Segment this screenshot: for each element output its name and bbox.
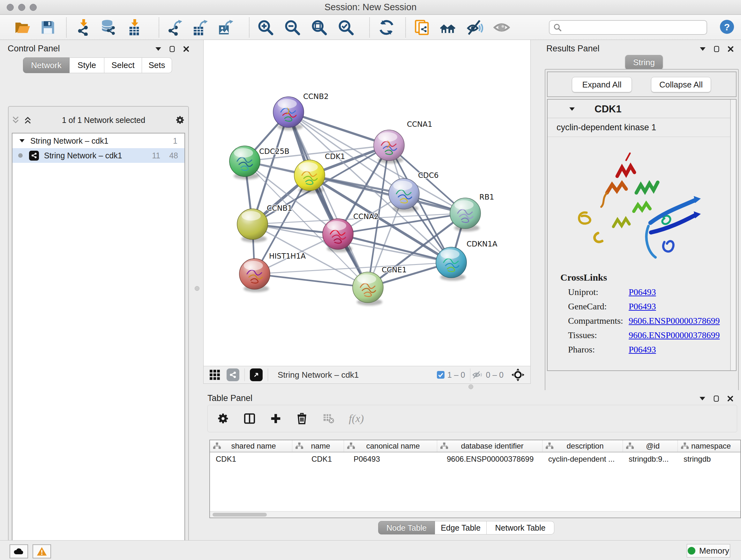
zoom-in-icon[interactable] bbox=[257, 19, 274, 36]
toolbar-search bbox=[549, 20, 707, 35]
expand-all-icon[interactable] bbox=[24, 116, 31, 124]
cell-name[interactable]: CDK1 bbox=[292, 455, 344, 463]
crosslink-label: GeneCard: bbox=[568, 301, 629, 312]
network-options-gear-icon[interactable] bbox=[176, 115, 185, 125]
warnings-button[interactable] bbox=[32, 544, 51, 558]
cell-canonical-name[interactable]: P06493 bbox=[344, 455, 437, 463]
left-splitter-handle[interactable] bbox=[195, 286, 199, 291]
crosslink-compartments-link[interactable]: 9606.ENSP00000378699 bbox=[629, 316, 720, 326]
warning-icon bbox=[37, 547, 47, 556]
float-panel-icon[interactable] bbox=[714, 46, 719, 52]
float-panel-icon[interactable] bbox=[170, 46, 175, 52]
minimize-window-button[interactable] bbox=[18, 4, 25, 11]
node-label-CCNB1: CCNB1 bbox=[267, 204, 292, 212]
cloud-button[interactable] bbox=[10, 544, 28, 558]
birdseye-view-icon[interactable] bbox=[250, 368, 263, 381]
close-panel-icon[interactable] bbox=[183, 46, 189, 52]
table-options-gear-icon[interactable] bbox=[217, 413, 229, 425]
crosslink-pharos-link[interactable]: P06493 bbox=[629, 345, 656, 355]
panel-menu-icon[interactable] bbox=[699, 397, 705, 400]
table-row[interactable]: CDK1 CDK1 P06493 9606.ENSP00000378699 cy… bbox=[210, 452, 740, 466]
network-collection-row[interactable]: String Network – cdk1 1 bbox=[12, 133, 185, 148]
cell-shared-name[interactable]: CDK1 bbox=[210, 455, 292, 463]
zoom-window-button[interactable] bbox=[30, 4, 37, 11]
edge-CCNB2-CCNE1[interactable] bbox=[288, 112, 368, 287]
close-window-button[interactable] bbox=[7, 4, 14, 11]
delete-column-icon[interactable] bbox=[296, 413, 308, 425]
tab-edge-table[interactable]: Edge Table bbox=[435, 521, 487, 535]
pan-crosshair-icon[interactable] bbox=[511, 368, 525, 381]
crosslink-tissues-link[interactable]: 9606.ENSP00000378699 bbox=[629, 330, 720, 340]
hidden-node-edge-count: 0 – 0 bbox=[486, 370, 503, 380]
network-row[interactable]: String Network – cdk1 11 48 bbox=[12, 148, 185, 163]
add-column-icon[interactable] bbox=[270, 413, 282, 425]
open-session-icon[interactable] bbox=[14, 19, 30, 36]
tab-sets[interactable]: Sets bbox=[142, 57, 172, 73]
search-input[interactable] bbox=[565, 23, 699, 32]
collection-count: 1 bbox=[173, 136, 178, 145]
tab-style[interactable]: Style bbox=[70, 57, 105, 73]
import-table-from-file-icon[interactable] bbox=[125, 19, 142, 36]
clone-network-icon[interactable] bbox=[414, 19, 431, 36]
network-share-view-icon[interactable] bbox=[226, 368, 239, 381]
selected-checkbox-icon[interactable] bbox=[436, 371, 445, 379]
node-CCNB1[interactable]: CCNB1 bbox=[237, 204, 292, 242]
tab-node-table[interactable]: Node Table bbox=[378, 521, 435, 535]
node-RB1[interactable]: RB1 bbox=[450, 193, 494, 232]
cell-database-identifier[interactable]: 9606.ENSP00000378699 bbox=[437, 455, 542, 463]
tab-network[interactable]: Network bbox=[23, 57, 70, 73]
column-type-icon bbox=[347, 442, 355, 449]
column-type-icon bbox=[626, 442, 634, 449]
zoom-fit-icon[interactable] bbox=[311, 19, 327, 36]
show-columns-icon[interactable] bbox=[244, 413, 256, 425]
crosslink-uniprot-link[interactable]: P06493 bbox=[629, 287, 656, 297]
node-HIST1H1A[interactable]: HIST1H1A bbox=[239, 252, 306, 292]
column-header: @id bbox=[623, 440, 678, 452]
export-network-icon[interactable] bbox=[166, 19, 183, 36]
houses-icon[interactable] bbox=[440, 19, 456, 36]
expand-all-button[interactable]: Expand All bbox=[572, 77, 632, 92]
table-horizontal-scrollbar[interactable] bbox=[210, 511, 740, 517]
network-canvas[interactable]: CCNB2CCNA1CDC25BCDK1CDC6RB1CCNB1CCNA2CDK… bbox=[203, 40, 531, 366]
close-panel-icon[interactable] bbox=[728, 46, 734, 52]
tab-network-table[interactable]: Network Table bbox=[487, 521, 554, 535]
import-network-from-file-icon[interactable] bbox=[74, 19, 91, 36]
panel-menu-icon[interactable] bbox=[700, 47, 705, 51]
node-table[interactable]: shared name name canonical name database… bbox=[209, 440, 741, 518]
collection-expander-icon[interactable] bbox=[19, 139, 24, 142]
node-CCNB2[interactable]: CCNB2 bbox=[273, 92, 329, 130]
show-eye-icon[interactable] bbox=[493, 19, 510, 36]
refresh-icon[interactable] bbox=[378, 19, 395, 36]
export-image-icon[interactable] bbox=[218, 19, 234, 36]
memory-button[interactable]: Memory bbox=[687, 544, 730, 557]
grid-view-icon[interactable] bbox=[209, 369, 221, 381]
cell-namespace[interactable]: stringdb bbox=[678, 455, 741, 463]
zoom-out-icon[interactable] bbox=[284, 19, 300, 36]
cell-id[interactable]: stringdb:9... bbox=[623, 455, 678, 463]
tab-string[interactable]: String bbox=[625, 55, 663, 70]
node-CDKN1A[interactable]: CDKN1A bbox=[436, 240, 497, 281]
panel-menu-icon[interactable] bbox=[155, 47, 161, 51]
hide-selected-eye-icon[interactable] bbox=[467, 19, 483, 36]
crosslink-genecard-link[interactable]: P06493 bbox=[629, 301, 656, 312]
export-table-icon[interactable] bbox=[192, 19, 209, 36]
scrollbar-thumb[interactable] bbox=[212, 513, 267, 516]
cloud-icon bbox=[13, 548, 24, 555]
horizontal-splitter-handle[interactable] bbox=[468, 384, 473, 389]
float-panel-icon[interactable] bbox=[714, 395, 719, 402]
collapse-all-button[interactable]: Collapse All bbox=[651, 77, 711, 92]
node-CDC25B[interactable]: CDC25B bbox=[229, 146, 289, 179]
collapse-all-icon[interactable] bbox=[12, 116, 19, 124]
column-header: database identifier bbox=[437, 440, 542, 452]
tab-select[interactable]: Select bbox=[105, 57, 142, 73]
gene-expander-icon[interactable] bbox=[569, 107, 575, 111]
zoom-selected-icon[interactable] bbox=[338, 19, 354, 36]
import-network-from-database-icon[interactable] bbox=[99, 19, 116, 36]
save-session-icon[interactable] bbox=[40, 19, 56, 36]
close-panel-icon[interactable] bbox=[727, 395, 733, 401]
edge-HIST1H1A-CCNE1[interactable] bbox=[255, 274, 368, 287]
results-scrollbar[interactable] bbox=[730, 100, 736, 370]
window-title: Session: New Session bbox=[0, 0, 741, 14]
cell-description[interactable]: cyclin-dependent ... bbox=[542, 455, 623, 463]
help-icon[interactable]: ? bbox=[719, 19, 735, 35]
